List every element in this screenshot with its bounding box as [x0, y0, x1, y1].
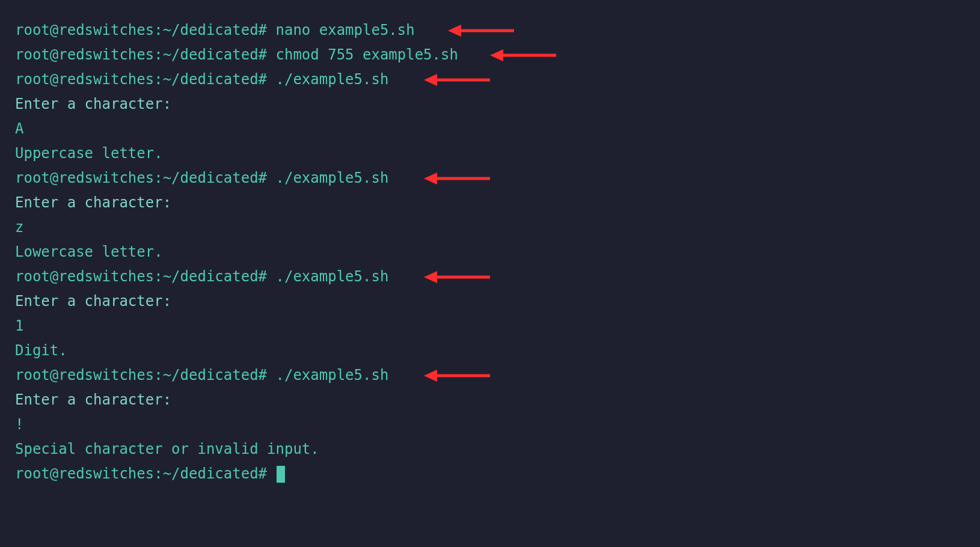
output-text: z — [15, 219, 23, 236]
output-line: 1 — [15, 314, 965, 338]
shell-prompt: root@redswitches:~/dedicated# — [15, 264, 275, 289]
output-text: ! — [15, 416, 23, 433]
terminal-output[interactable]: root@redswitches:~/dedicated# nano examp… — [15, 18, 965, 486]
shell-command: nano example5.sh — [275, 18, 414, 43]
shell-command: chmod 755 example5.sh — [275, 43, 458, 67]
annotation-arrow — [424, 270, 490, 284]
annotation-arrow — [424, 171, 490, 186]
prompt-line: root@redswitches:~/dedicated# chmod 755 … — [15, 43, 965, 67]
svg-marker-3 — [490, 49, 503, 61]
output-line: Enter a character: — [15, 289, 965, 314]
shell-command: ./example5.sh — [275, 363, 388, 388]
annotation-arrow — [424, 368, 490, 383]
annotation-arrow — [448, 23, 514, 38]
output-line: Lowercase letter. — [15, 240, 965, 264]
svg-marker-11 — [424, 370, 437, 382]
output-text: Enter a character: — [15, 293, 171, 310]
output-text: Uppercase letter. — [15, 145, 163, 162]
prompt-line: root@redswitches:~/dedicated# ./example5… — [15, 166, 965, 191]
shell-command: ./example5.sh — [275, 264, 388, 289]
prompt-line: root@redswitches:~/dedicated# ./example5… — [15, 67, 965, 92]
output-line: Enter a character: — [15, 191, 965, 215]
output-line: Special character or invalid input. — [15, 437, 965, 462]
terminal-cursor — [277, 466, 285, 483]
svg-marker-7 — [424, 173, 437, 185]
prompt-line: root@redswitches:~/dedicated# ./example5… — [15, 264, 965, 289]
shell-prompt: root@redswitches:~/dedicated# — [15, 43, 275, 67]
output-text: Enter a character: — [15, 391, 171, 408]
shell-command: ./example5.sh — [275, 67, 388, 92]
annotation-arrow — [490, 48, 556, 63]
shell-command: ./example5.sh — [275, 166, 388, 191]
shell-prompt: root@redswitches:~/dedicated# — [15, 18, 275, 43]
svg-marker-9 — [424, 271, 437, 283]
output-line: ! — [15, 412, 965, 437]
output-text: 1 — [15, 317, 23, 334]
output-text: Enter a character: — [15, 194, 171, 211]
svg-marker-1 — [448, 25, 461, 37]
output-text: Digit. — [15, 342, 67, 359]
output-text: Enter a character: — [15, 96, 171, 112]
output-text: Lowercase letter. — [15, 243, 163, 260]
prompt-line: root@redswitches:~/dedicated# ./example5… — [15, 363, 965, 388]
output-line: z — [15, 215, 965, 240]
shell-prompt: root@redswitches:~/dedicated# — [15, 462, 275, 486]
prompt-line: root@redswitches:~/dedicated# — [15, 462, 965, 486]
shell-prompt: root@redswitches:~/dedicated# — [15, 67, 275, 92]
shell-prompt: root@redswitches:~/dedicated# — [15, 166, 275, 191]
shell-prompt: root@redswitches:~/dedicated# — [15, 363, 275, 388]
output-line: Digit. — [15, 338, 965, 363]
output-line: Enter a character: — [15, 388, 965, 412]
output-line: Uppercase letter. — [15, 141, 965, 166]
output-line: Enter a character: — [15, 92, 965, 117]
output-line: A — [15, 117, 965, 141]
output-text: A — [15, 120, 23, 137]
output-text: Special character or invalid input. — [15, 441, 319, 457]
svg-marker-5 — [424, 74, 437, 86]
prompt-line: root@redswitches:~/dedicated# nano examp… — [15, 18, 965, 43]
annotation-arrow — [424, 73, 490, 87]
